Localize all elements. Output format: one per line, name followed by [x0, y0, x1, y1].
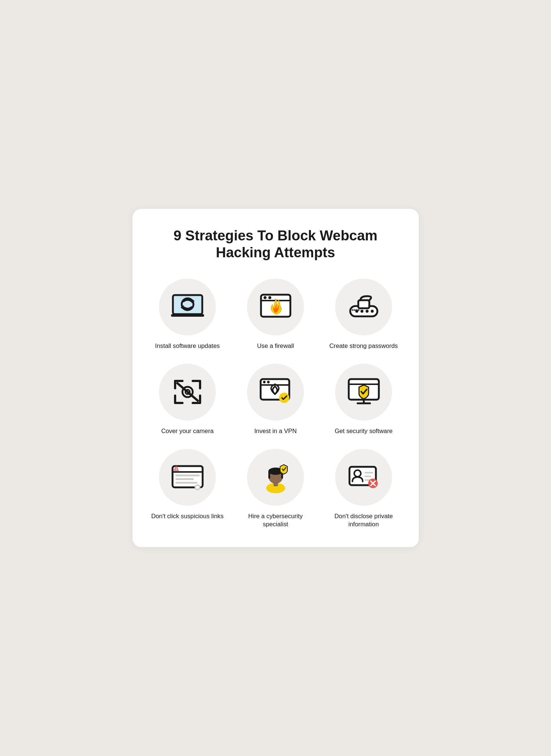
- label-vpn: Invest in a VPN: [254, 427, 297, 436]
- svg-point-12: [360, 310, 363, 313]
- label-suspicious: Don't click suspicious links: [151, 512, 224, 521]
- svg-rect-51: [365, 476, 371, 477]
- item-specialist: Hire a cybersecurity specialist: [235, 449, 316, 529]
- icon-circle-vpn: [247, 364, 304, 421]
- page-title: 9 Strategies To Block Webcam Hacking Att…: [147, 227, 404, 261]
- svg-line-20: [177, 383, 198, 401]
- label-passwords: Create strong passwords: [329, 342, 398, 350]
- svg-rect-47: [273, 482, 278, 486]
- svg-text:!: !: [176, 467, 177, 471]
- icon-circle-specialist: [247, 449, 304, 506]
- icon-circle-camera: [159, 364, 216, 421]
- item-no-private-info: Don't disclose private information: [323, 449, 404, 529]
- svg-rect-1: [171, 314, 204, 317]
- main-card: 9 Strategies To Block Webcam Hacking Att…: [133, 209, 419, 547]
- icon-circle-install-updates: [159, 279, 216, 335]
- label-specialist: Hire a cybersecurity specialist: [235, 512, 316, 529]
- label-firewall: Use a firewall: [257, 342, 294, 350]
- svg-point-41: [196, 486, 199, 489]
- svg-point-24: [267, 381, 269, 384]
- svg-point-7: [264, 296, 267, 299]
- item-security-software: Get security software: [323, 364, 404, 436]
- svg-rect-50: [365, 472, 373, 473]
- item-install-software-updates: Install software updates: [147, 279, 228, 350]
- icon-circle-firewall: [247, 279, 304, 335]
- svg-rect-37: [175, 475, 200, 476]
- label-install-updates: Install software updates: [155, 342, 220, 350]
- svg-point-14: [371, 310, 374, 313]
- icon-circle-private: [335, 449, 392, 506]
- svg-text:****: ****: [352, 308, 360, 314]
- svg-point-13: [366, 310, 369, 313]
- item-use-firewall: Use a firewall: [235, 279, 316, 350]
- label-private: Don't disclose private information: [323, 512, 404, 529]
- svg-rect-10: [358, 300, 369, 308]
- svg-rect-45: [268, 471, 270, 479]
- icon-circle-passwords: ****: [335, 279, 392, 335]
- label-camera: Cover your camera: [161, 427, 214, 436]
- label-security: Get security software: [335, 427, 393, 436]
- icon-circle-suspicious: !: [159, 449, 216, 506]
- strategies-grid: Install software updates Use a firewall: [147, 279, 404, 529]
- item-vpn: Invest in a VPN: [235, 364, 316, 436]
- item-suspicious-links: ! Don't click suspicious links: [147, 449, 228, 529]
- svg-point-23: [263, 381, 265, 384]
- svg-rect-38: [175, 478, 194, 480]
- item-cover-camera: Cover your camera: [147, 364, 228, 436]
- icon-circle-security: [335, 364, 392, 421]
- svg-point-8: [268, 296, 271, 299]
- svg-rect-39: [175, 482, 197, 484]
- item-create-passwords: **** Create strong passwords: [323, 279, 404, 350]
